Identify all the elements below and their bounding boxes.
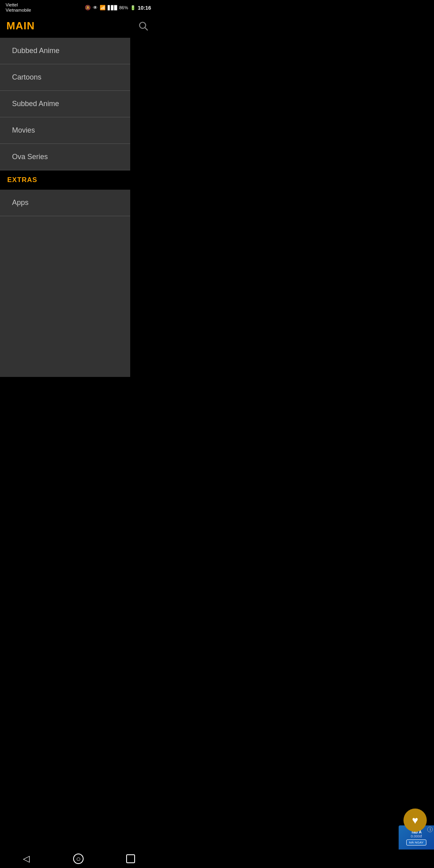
navigation-drawer: Dubbed Anime Cartoons Subbed Anime Movie… bbox=[0, 38, 130, 377]
menu-item-dubbed-anime[interactable]: Dubbed Anime bbox=[0, 38, 130, 64]
search-icon bbox=[138, 20, 148, 31]
svg-line-1 bbox=[145, 28, 147, 30]
wifi-icon: 📶 bbox=[100, 5, 106, 10]
clock: 10:16 bbox=[138, 5, 151, 11]
menu-item-movies[interactable]: Movies bbox=[0, 117, 130, 144]
content-area: Dubbed Anime Cartoons Subbed Anime Movie… bbox=[0, 38, 157, 377]
extras-label: EXTRAS bbox=[7, 176, 37, 184]
right-panel bbox=[130, 52, 157, 358]
battery-text: 86% bbox=[119, 5, 128, 10]
signal-icon: ▋▊▉ bbox=[108, 5, 117, 10]
menu-item-cartoons[interactable]: Cartoons bbox=[0, 64, 130, 91]
mute-icon: 🔕 bbox=[85, 5, 91, 10]
menu-item-apps[interactable]: Apps bbox=[0, 190, 130, 216]
app-wrapper: Viettel Vietnamobile 🔕 👁 📶 ▋▊▉ 86% 🔋 10:… bbox=[0, 0, 157, 377]
top-bar: MAIN bbox=[0, 14, 157, 38]
status-icons: 🔕 👁 📶 ▋▊▉ 86% 🔋 10:16 bbox=[85, 5, 151, 11]
extras-section-header: EXTRAS bbox=[0, 170, 130, 190]
page-title: MAIN bbox=[6, 20, 35, 32]
status-bar: Viettel Vietnamobile 🔕 👁 📶 ▋▊▉ 86% 🔋 10:… bbox=[0, 0, 157, 14]
menu-item-subbed-anime[interactable]: Subbed Anime bbox=[0, 91, 130, 117]
menu-item-ova-series[interactable]: Ova Series bbox=[0, 144, 130, 170]
carrier-info: Viettel Vietnamobile bbox=[6, 2, 31, 13]
search-button[interactable] bbox=[136, 18, 150, 33]
eye-icon: 👁 bbox=[93, 5, 98, 10]
battery-icon: 🔋 bbox=[130, 5, 136, 10]
drawer-empty-space bbox=[0, 216, 130, 377]
